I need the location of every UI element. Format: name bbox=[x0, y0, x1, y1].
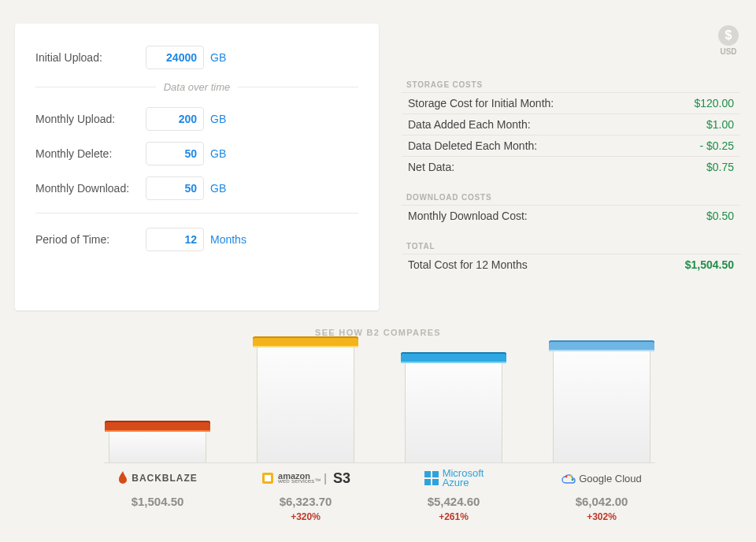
monthly-upload-row: Monthly Upload: GB bbox=[35, 107, 358, 131]
label-google: Google Cloud $6,042.00 +302% bbox=[548, 466, 655, 537]
total-title: TOTAL bbox=[406, 242, 740, 251]
monthly-upload-label: Monthly Upload: bbox=[35, 113, 146, 125]
label-backblaze: BACKBLAZE $1,504.50 bbox=[104, 466, 211, 537]
period-unit: Months bbox=[210, 233, 246, 246]
calculator-card: Initial Upload: GB Data over time Monthl… bbox=[15, 24, 379, 310]
svg-point-8 bbox=[572, 479, 574, 481]
cost-row: Net Data:$0.75 bbox=[402, 156, 740, 177]
cost-row: Data Deleted Each Month:- $0.25 bbox=[402, 135, 740, 156]
brand-name: MicrosoftAzure bbox=[443, 469, 484, 488]
bar-slot bbox=[400, 344, 507, 462]
price-value: $6,042.00 bbox=[548, 495, 655, 508]
dollar-icon: $ bbox=[718, 25, 739, 46]
monthly-download-label: Monthly Download: bbox=[35, 182, 146, 195]
windows-icon bbox=[424, 470, 439, 486]
cost-row: Monthly Download Cost:$0.50 bbox=[402, 205, 740, 226]
brand-sub: web services™ bbox=[278, 477, 321, 484]
cost-breakdown: STORAGE COSTS Storage Cost for Initial M… bbox=[402, 76, 740, 275]
compare-labels: BACKBLAZE $1,504.50 amazon web services™… bbox=[104, 466, 655, 537]
bar-azure bbox=[405, 360, 502, 462]
brand-name: BACKBLAZE bbox=[132, 473, 197, 484]
monthly-delete-unit: GB bbox=[210, 147, 226, 160]
price-value: $5,424.60 bbox=[400, 495, 507, 508]
cost-row: Storage Cost for Initial Month:$120.00 bbox=[402, 92, 740, 113]
monthly-download-input[interactable] bbox=[146, 176, 204, 200]
thin-divider bbox=[35, 213, 358, 213]
bar-cap bbox=[253, 336, 358, 347]
svg-rect-1 bbox=[265, 475, 271, 481]
data-over-time-divider: Data over time bbox=[35, 80, 358, 93]
initial-upload-unit: GB bbox=[210, 51, 226, 64]
monthly-download-row: Monthly Download: GB bbox=[35, 176, 358, 200]
cost-row: Data Added Each Month:$1.00 bbox=[402, 113, 740, 135]
brand-s3: S3 bbox=[333, 470, 350, 487]
brand-name: Google Cloud bbox=[579, 473, 642, 484]
bar-google bbox=[553, 348, 650, 462]
monthly-upload-input[interactable] bbox=[146, 107, 204, 131]
bar-slot bbox=[252, 344, 359, 462]
svg-rect-3 bbox=[432, 471, 439, 477]
monthly-delete-input[interactable] bbox=[146, 142, 204, 165]
currency-code: USD bbox=[718, 47, 739, 56]
bar-cap bbox=[401, 352, 506, 363]
svg-rect-2 bbox=[424, 471, 431, 477]
price-value: $1,504.50 bbox=[104, 495, 211, 508]
period-row: Period of Time: Months bbox=[35, 228, 358, 251]
svg-point-6 bbox=[565, 476, 568, 478]
period-label: Period of Time: bbox=[35, 233, 146, 246]
currency-badge[interactable]: $ USD bbox=[718, 25, 739, 56]
bar-amazon bbox=[257, 344, 354, 462]
svg-point-7 bbox=[570, 475, 573, 477]
bar-cap bbox=[105, 421, 210, 432]
bar-slot bbox=[104, 344, 211, 462]
svg-rect-4 bbox=[424, 479, 431, 485]
initial-upload-row: Initial Upload: GB bbox=[35, 46, 358, 69]
cloud-icon bbox=[561, 473, 576, 484]
compare-title: SEE HOW B2 COMPARES bbox=[0, 328, 756, 337]
pct-value: +261% bbox=[400, 511, 507, 522]
bar-slot bbox=[548, 344, 655, 462]
price-value: $6,323.70 bbox=[252, 495, 359, 508]
period-input[interactable] bbox=[146, 228, 204, 251]
initial-upload-input[interactable] bbox=[146, 46, 204, 69]
bar-backblaze bbox=[109, 429, 206, 462]
bar-cap bbox=[549, 340, 654, 351]
initial-upload-label: Initial Upload: bbox=[35, 51, 146, 64]
monthly-delete-label: Monthly Delete: bbox=[35, 147, 146, 160]
monthly-download-unit: GB bbox=[210, 182, 226, 195]
flame-icon bbox=[117, 471, 128, 485]
monthly-upload-unit: GB bbox=[210, 113, 226, 125]
total-row: Total Cost for 12 Months$1,504.50 bbox=[402, 254, 740, 275]
pct-value: +302% bbox=[548, 511, 655, 522]
storage-costs-title: STORAGE COSTS bbox=[406, 80, 740, 89]
compare-chart bbox=[104, 345, 655, 463]
aws-icon bbox=[261, 471, 275, 485]
svg-rect-5 bbox=[432, 479, 439, 485]
download-costs-title: DOWNLOAD COSTS bbox=[406, 193, 740, 202]
monthly-delete-row: Monthly Delete: GB bbox=[35, 142, 358, 165]
label-amazon: amazon web services™ | S3 $6,323.70 +320… bbox=[252, 466, 359, 537]
pct-value: +320% bbox=[252, 511, 359, 522]
label-azure: MicrosoftAzure $5,424.60 +261% bbox=[400, 466, 507, 537]
